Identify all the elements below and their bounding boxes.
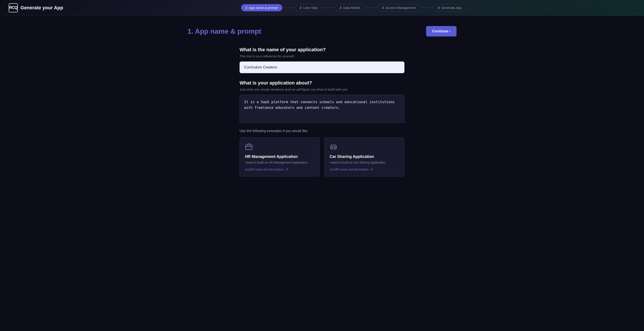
- step-label-1: App name & prompt: [249, 6, 278, 10]
- example-cards: HR Management Application I want to buil…: [240, 137, 404, 177]
- step-number-3: 3: [340, 6, 342, 10]
- step-label-3: Data Model: [343, 6, 360, 10]
- about-textarea[interactable]: [240, 95, 404, 123]
- continue-button[interactable]: Continue ›: [426, 26, 456, 37]
- card-title-1: Car Sharing Application: [330, 154, 399, 159]
- autofill-link-0[interactable]: Autofill name and description: [245, 168, 314, 171]
- example-card-1[interactable]: Car Sharing Application I want to build …: [324, 137, 404, 177]
- step-label-5: Generate App: [441, 6, 462, 10]
- svg-point-2: [331, 148, 333, 149]
- app-name-input[interactable]: [240, 62, 404, 73]
- name-section: What is the name of your application? Th…: [240, 47, 404, 80]
- name-question-subtitle: This text is as a reference for yourself…: [240, 54, 404, 58]
- autofill-link-1[interactable]: Autofill name and description: [330, 168, 399, 171]
- step-3[interactable]: 3Data Model: [335, 4, 364, 12]
- step-number-5: 5: [438, 6, 440, 10]
- name-question-title: What is the name of your application?: [240, 47, 404, 53]
- step-number-2: 2: [300, 6, 302, 10]
- step-2[interactable]: 2User Step: [295, 4, 322, 12]
- main-content: 1. App name & prompt Continue › What is …: [170, 16, 474, 187]
- header: RCQ Generate your App 1App name & prompt…: [0, 0, 644, 16]
- logo-icon: RCQ: [9, 3, 18, 12]
- card-icon-1: [330, 143, 399, 154]
- edit-icon-1: [370, 168, 373, 171]
- app-title: Generate your App: [20, 5, 63, 11]
- step-number-1: 1: [246, 6, 247, 10]
- card-icon-0: [245, 143, 314, 154]
- examples-label: Use the following examples if you would …: [240, 129, 404, 133]
- step-connector: [420, 8, 433, 8]
- logo-area: RCQ Generate your App: [9, 3, 63, 12]
- page-header: 1. App name & prompt Continue ›: [188, 26, 456, 37]
- edit-icon-0: [285, 168, 288, 171]
- svg-rect-0: [246, 145, 252, 150]
- step-5[interactable]: 5Generate App: [433, 4, 466, 12]
- step-label-2: User Step: [303, 6, 318, 10]
- step-connector: [282, 8, 295, 8]
- step-number-4: 4: [382, 6, 384, 10]
- form-section: What is the name of your application? Th…: [240, 47, 404, 177]
- about-question-title: What is your application about?: [240, 80, 404, 86]
- step-1[interactable]: 1App name & prompt: [241, 4, 282, 11]
- step-connector: [364, 8, 378, 8]
- page-title: 1. App name & prompt: [188, 27, 261, 36]
- card-desc-1: I want to build an Car Sharing Applicati…: [330, 161, 399, 164]
- card-desc-0: I want to build an HR Management Applica…: [245, 161, 314, 164]
- step-label-4: Access Management: [385, 6, 416, 10]
- svg-point-3: [334, 148, 336, 149]
- stepper: 1App name & prompt2User Step3Data Model4…: [72, 4, 635, 12]
- step-4[interactable]: 4Access Management: [378, 4, 420, 12]
- step-connector: [322, 8, 335, 8]
- about-section: What is your application about? Just wri…: [240, 80, 404, 129]
- card-title-0: HR Management Application: [245, 154, 314, 159]
- about-question-subtitle: Just write one simple sentence and we wi…: [240, 88, 404, 91]
- example-card-0[interactable]: HR Management Application I want to buil…: [240, 137, 320, 177]
